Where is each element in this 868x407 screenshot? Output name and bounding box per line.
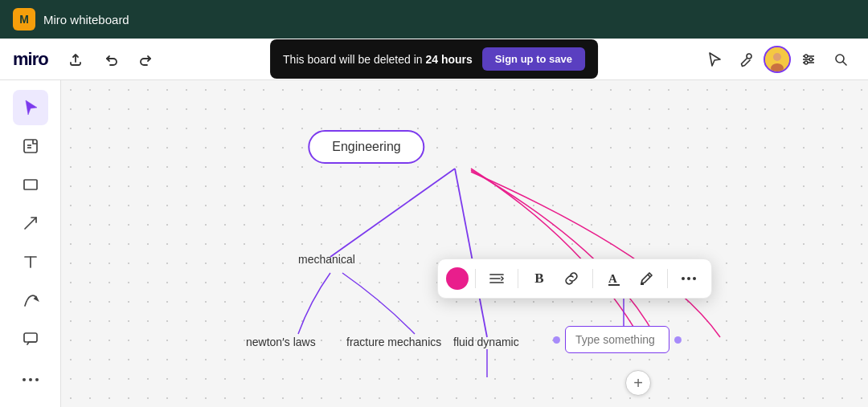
svg-point-0	[747, 54, 751, 59]
signup-button[interactable]: Sign up to save	[482, 47, 585, 71]
svg-line-16	[25, 218, 36, 229]
highlight-button[interactable]	[632, 264, 661, 293]
node-newtons[interactable]: newton's laws	[246, 336, 316, 348]
svg-line-11	[843, 62, 846, 65]
right-tools	[699, 45, 855, 74]
hours-text: 24 hours	[426, 53, 473, 66]
undo-button[interactable]	[96, 45, 125, 74]
top-toolbar: miro This board will be deleted in 24 ho…	[0, 39, 868, 80]
sidebar-more-button[interactable]	[13, 362, 48, 397]
text-color-button[interactable]: A	[600, 264, 628, 293]
more-options-button[interactable]	[674, 264, 703, 293]
toolbar-divider-4	[667, 269, 668, 288]
bold-button[interactable]: B	[525, 264, 554, 293]
sidebar-select-tool[interactable]	[13, 90, 48, 125]
svg-point-31	[687, 277, 690, 280]
sidebar-comment-tool[interactable]	[13, 321, 48, 356]
miro-logo: miro	[13, 49, 48, 70]
main-area: Engineering mechanical newton's laws fra…	[0, 80, 868, 407]
svg-point-22	[35, 378, 39, 381]
svg-rect-19	[24, 333, 37, 342]
node-fluid[interactable]: fluid dynamic	[453, 336, 519, 348]
svg-point-2	[773, 53, 781, 61]
app-logo: M	[13, 8, 35, 31]
svg-line-28	[648, 275, 650, 277]
titlebar: M Miro whiteboard	[0, 0, 868, 39]
type-dot-left	[553, 336, 560, 344]
svg-point-7	[805, 55, 808, 58]
sidebar-sticky-tool[interactable]	[13, 128, 48, 164]
svg-rect-12	[24, 140, 37, 153]
svg-point-21	[29, 378, 32, 381]
align-button[interactable]	[482, 264, 511, 293]
sidebar-text-tool[interactable]	[13, 244, 48, 279]
cursor-tool-button[interactable]	[699, 45, 728, 74]
svg-text:A: A	[608, 272, 617, 285]
sidebar-rect-tool[interactable]	[13, 167, 48, 202]
toolbar-divider-2	[518, 269, 518, 288]
sidebar-line-tool[interactable]	[13, 206, 48, 241]
avatar[interactable]	[764, 46, 791, 73]
add-node-button[interactable]: +	[625, 370, 651, 396]
link-button[interactable]	[557, 264, 586, 293]
svg-rect-15	[24, 180, 37, 189]
search-button[interactable]	[826, 45, 855, 74]
type-something-input[interactable]	[565, 326, 669, 353]
redo-button[interactable]	[132, 45, 161, 74]
node-engineering[interactable]: Engineering	[308, 130, 424, 164]
svg-point-32	[693, 277, 696, 280]
notification-text: This board will be deleted in 24 hours	[283, 53, 473, 66]
sidebar-pen-tool[interactable]	[13, 283, 48, 318]
canvas[interactable]: Engineering mechanical newton's laws fra…	[61, 80, 868, 407]
type-input-node[interactable]	[553, 326, 682, 353]
svg-point-9	[805, 61, 808, 64]
svg-point-20	[23, 378, 26, 381]
left-sidebar	[0, 80, 61, 407]
type-dot-right	[674, 336, 682, 344]
settings-button[interactable]	[794, 45, 823, 74]
toolbar-divider-3	[592, 269, 593, 288]
svg-point-8	[809, 58, 813, 61]
notification-banner: This board will be deleted in 24 hours S…	[270, 39, 598, 79]
pen-tool-button[interactable]	[731, 45, 760, 74]
float-toolbar: B A	[437, 258, 712, 299]
app-title: Miro whiteboard	[43, 13, 129, 26]
upload-button[interactable]	[61, 45, 90, 74]
svg-point-30	[682, 277, 685, 280]
node-mechanical[interactable]: mechanical	[298, 253, 355, 266]
canvas-lines	[61, 80, 868, 407]
toolbar-divider-1	[475, 269, 476, 288]
node-fracture[interactable]: fracture mechanics	[346, 336, 441, 348]
color-picker-dot[interactable]	[446, 267, 469, 290]
